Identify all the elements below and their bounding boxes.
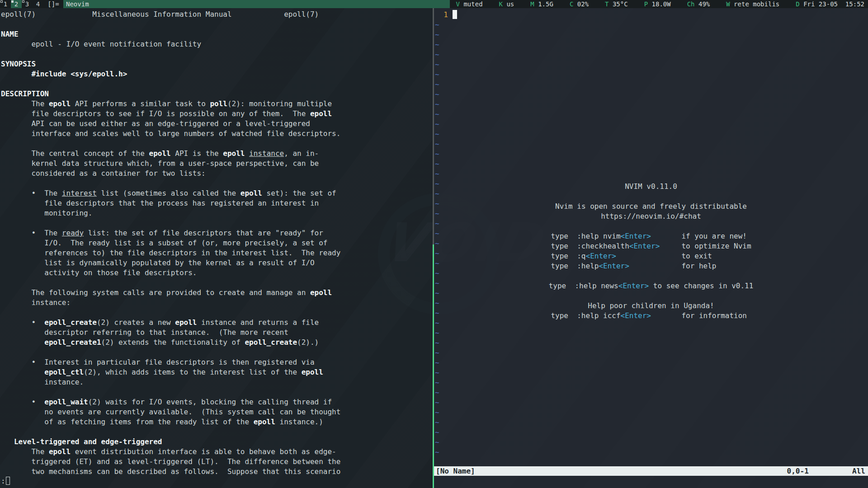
nvim-intro-screen: NVIM v0.11.0Nvim is open source and free… [434, 182, 868, 321]
empty-line-tilde: ~ [435, 159, 868, 169]
man-line: API can be used either as an edge-trigge… [1, 119, 433, 129]
man-line [1, 308, 433, 318]
man-line: file descriptors that the process has re… [1, 198, 433, 208]
man-line: references to) the file descriptors in t… [1, 248, 433, 258]
nvim-statusline: [No Name] 0,0-1 All [434, 466, 868, 476]
pager-prompt: : [1, 476, 10, 486]
intro-line: Nvim is open source and freely distribut… [555, 202, 747, 211]
status-item-c: C 02% [570, 0, 589, 8]
man-line: epoll_create1(2) extends the functionali… [1, 338, 433, 347]
man-line: The epoll event distribution interface i… [1, 447, 433, 457]
man-line [1, 218, 433, 228]
empty-line-tilde: ~ [435, 20, 868, 30]
tag-label: 2 [14, 0, 18, 8]
man-line [1, 49, 433, 59]
empty-line-tilde: ~ [435, 70, 868, 80]
status-bar: V mutedK usM 1.5GC 02%T 35°CP 18.0WCh 49… [450, 0, 868, 8]
empty-line-tilde: ~ [435, 427, 868, 437]
man-line: NAME [1, 29, 433, 39]
empty-line-tilde: ~ [435, 30, 868, 40]
tag-label: 3 [25, 0, 29, 8]
buffer-line-1: 1 [435, 10, 868, 20]
empty-line-tilde: ~ [435, 129, 868, 139]
workspace-tag-1[interactable]: 1 [0, 0, 11, 8]
tag-client-indicator [11, 0, 14, 3]
status-item-m: M 1.5G [530, 0, 553, 8]
man-line: file descriptors to see if I/O is possib… [1, 109, 433, 119]
tag-label: 1 [4, 0, 7, 8]
status-item-p: P 18.0W [644, 0, 671, 8]
status-item-w: W rete mobilis [726, 0, 779, 8]
man-line: The central concept of the epoll API is … [1, 149, 433, 159]
man-line: kernel data structure which, from a user… [1, 159, 433, 169]
neovim-window[interactable]: 1 ~~~~~~~~~~~~~~~~~~~~~~~~~~~~~~~~~~~~~~… [434, 8, 868, 488]
intro-line: https://neovim.io/#chat [601, 211, 701, 221]
man-line: of as fetching items from the ready list… [1, 417, 433, 427]
man-line: • epoll_create(2) creates a new epoll in… [1, 318, 433, 328]
workspace-tag-4[interactable]: 4 [33, 0, 43, 8]
empty-line-tilde: ~ [435, 368, 868, 378]
man-line: descriptor referring to that instance. (… [1, 328, 433, 338]
man-line: • Interest in particular file descriptor… [1, 357, 433, 367]
nvim-cursor [453, 10, 457, 19]
status-item-ch: Ch 49% [687, 0, 710, 8]
man-line [1, 79, 433, 89]
empty-line-tilde: ~ [435, 328, 868, 338]
man-line: • The interest list (sometimes also call… [1, 188, 433, 198]
man-line: Level-triggered and edge-triggered [1, 437, 433, 447]
man-line [1, 347, 433, 357]
man-line: list is dynamically populated by the ker… [1, 258, 433, 268]
empty-line-tilde: ~ [435, 169, 868, 179]
empty-line-tilde: ~ [435, 408, 868, 418]
man-line [1, 19, 433, 29]
workspace-tag-2[interactable]: 2 [11, 0, 22, 8]
man-line [1, 139, 433, 149]
man-page-terminal[interactable]: epoll(7) Miscellaneous Information Manua… [0, 8, 433, 488]
empty-line-tilde: ~ [435, 378, 868, 388]
man-line: interface and scales well to large numbe… [1, 129, 433, 139]
man-line: epoll - I/O event notification facility [1, 39, 433, 49]
tag-client-indicator [22, 0, 24, 3]
statusline-ruler: 0,0-1 All [787, 466, 865, 476]
empty-line-tilde: ~ [435, 149, 868, 159]
man-line: monitoring. [1, 208, 433, 218]
workspace-tags: 1234 [0, 0, 43, 8]
tag-label: 4 [36, 0, 40, 8]
man-line [1, 178, 433, 188]
man-line: instance. [1, 377, 433, 387]
dwm-bar: 1234 []= Neovim V mutedK usM 1.5GC 02%T … [0, 0, 868, 8]
empty-line-tilde: ~ [435, 418, 868, 427]
man-line: The epoll API performs a similar task to… [1, 99, 433, 109]
window-title: Neovim [63, 0, 450, 8]
man-line: I/O. The ready list is a subset of (or, … [1, 238, 433, 248]
empty-line-tilde: ~ [435, 447, 868, 457]
empty-line-tilde: ~ [435, 437, 868, 447]
intro-line: Help poor children in Uganda! [588, 301, 714, 311]
empty-line-tilde: ~ [435, 80, 868, 89]
layout-symbol[interactable]: []= [43, 0, 63, 8]
empty-line-tilde: ~ [435, 99, 868, 109]
man-line: SYNOPSIS [1, 59, 433, 69]
intro-line: NVIM v0.11.0 [625, 182, 677, 192]
empty-line-tilde: ~ [435, 348, 868, 358]
workspace-tag-3[interactable]: 3 [22, 0, 33, 8]
tiled-clients: epoll(7) Miscellaneous Information Manua… [0, 8, 868, 488]
empty-line-tilde: ~ [435, 388, 868, 398]
empty-line-tilde: ~ [435, 50, 868, 60]
man-line: instance: [1, 298, 433, 308]
man-line: triggered (ET) and as level-triggered (L… [1, 457, 433, 467]
intro-line: type :checkhealth<Enter> to optimize Nvi… [551, 241, 751, 251]
statusline-filename: [No Name] [436, 466, 475, 476]
man-line: two mechanisms can be described as follo… [1, 467, 433, 477]
man-line: #include <sys/epoll.h> [1, 69, 433, 79]
man-line: • epoll_wait(2) waits for I/O events, bl… [1, 397, 433, 407]
empty-line-tilde: ~ [435, 358, 868, 368]
man-line [1, 278, 433, 288]
empty-line-tilde: ~ [435, 109, 868, 119]
intro-line: type :q<Enter> to exit [551, 251, 751, 261]
man-line [1, 427, 433, 437]
empty-line-tilde: ~ [435, 139, 868, 149]
man-line: activity on those file descriptors. [1, 268, 433, 278]
status-item-v: V muted [456, 0, 483, 8]
empty-line-tilde: ~ [435, 338, 868, 348]
